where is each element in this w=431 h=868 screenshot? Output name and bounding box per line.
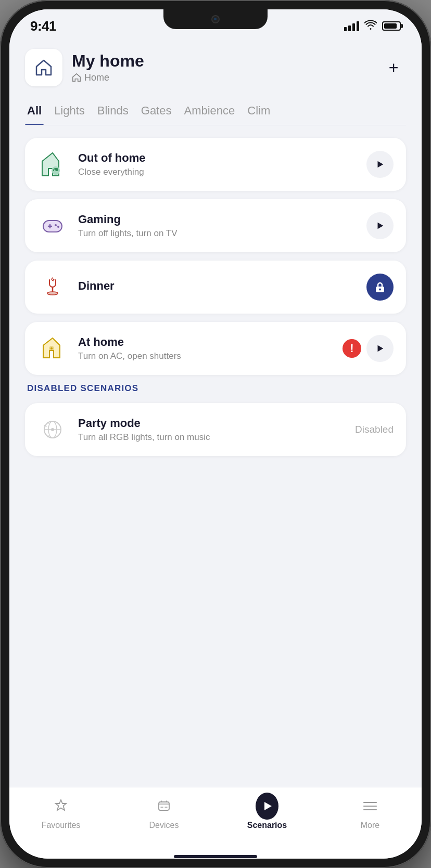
home-title: My home <box>72 52 144 70</box>
nav-devices[interactable]: Devices <box>112 795 216 830</box>
tabs: All Lights Blinds Gates Ambience Clim <box>25 99 406 125</box>
home-bar <box>174 855 257 858</box>
status-time: 9:41 <box>30 18 56 34</box>
dinner-actions <box>366 274 394 301</box>
gaming-play-button[interactable] <box>366 212 394 239</box>
disabled-section-label: DISABLED SCENARIOS <box>27 383 406 394</box>
at-home-subtitle: Turn on AC, open shutters <box>78 351 332 361</box>
gaming-subtitle: Turn off lights, turn on TV <box>78 228 356 239</box>
dinner-title: Dinner <box>78 279 356 293</box>
tab-all[interactable]: All <box>25 99 52 125</box>
scenario-gaming: Gaming Turn off lights, turn on TV <box>25 199 406 252</box>
scenario-party-mode: Party mode Turn all RGB lights, turn on … <box>25 403 406 456</box>
svg-point-12 <box>379 289 381 291</box>
svg-marker-20 <box>264 802 272 810</box>
tab-lights[interactable]: Lights <box>52 99 95 125</box>
gaming-title: Gaming <box>78 213 356 226</box>
at-home-error-badge: ! <box>343 339 361 358</box>
battery-icon <box>382 21 401 31</box>
at-home-icon <box>37 333 68 364</box>
gaming-text: Gaming Turn off lights, turn on TV <box>78 213 356 239</box>
nav-scenarios-label: Scenarios <box>247 821 287 830</box>
out-of-home-icon <box>37 149 68 179</box>
phone-screen: 9:41 <box>9 9 422 859</box>
home-icon-box <box>25 49 62 86</box>
svg-rect-19 <box>159 802 169 810</box>
svg-point-18 <box>51 428 54 431</box>
svg-point-7 <box>55 224 57 226</box>
phone-frame: 9:41 <box>0 0 431 868</box>
out-of-home-subtitle: Close everything <box>78 167 356 177</box>
svg-marker-9 <box>378 223 384 229</box>
tab-clim[interactable]: Clim <box>245 99 281 125</box>
gaming-actions <box>366 212 394 239</box>
out-of-home-text: Out of home Close everything <box>78 151 356 177</box>
home-indicator <box>9 854 422 859</box>
out-of-home-play-button[interactable] <box>366 151 394 178</box>
nav-favourites-label: Favourites <box>42 821 81 830</box>
header-left: My home Home <box>25 49 144 86</box>
svg-point-8 <box>57 226 59 228</box>
home-small-icon <box>72 73 81 82</box>
nav-more[interactable]: More <box>319 795 422 830</box>
dinner-text: Dinner <box>78 279 356 295</box>
camera <box>211 15 220 23</box>
bottom-nav: Favourites Devices <box>9 787 422 854</box>
scenarios-icon <box>256 795 278 818</box>
header: My home Home + <box>25 38 406 99</box>
header-text: My home Home <box>72 52 144 83</box>
add-button[interactable]: + <box>381 55 406 80</box>
out-of-home-title: Out of home <box>78 151 356 165</box>
party-mode-actions: Disabled <box>355 424 394 435</box>
at-home-title: At home <box>78 335 332 349</box>
scenario-dinner: Dinner <box>25 261 406 314</box>
main-content: My home Home + All Lights Blinds <box>9 38 422 787</box>
header-subtitle: Home <box>72 72 144 83</box>
tab-blinds[interactable]: Blinds <box>95 99 139 125</box>
tab-ambience[interactable]: Ambience <box>182 99 245 125</box>
home-label: Home <box>84 72 109 83</box>
notch <box>163 9 268 29</box>
signal-icon <box>344 21 359 31</box>
at-home-text: At home Turn on AC, open shutters <box>78 335 332 361</box>
scenario-at-home: At home Turn on AC, open shutters ! <box>25 322 406 375</box>
nav-favourites[interactable]: Favourites <box>9 795 112 830</box>
party-mode-disabled-label: Disabled <box>355 424 394 435</box>
party-mode-subtitle: Turn all RGB lights, turn on music <box>78 432 345 443</box>
svg-marker-14 <box>378 345 384 352</box>
at-home-play-button[interactable] <box>366 335 394 362</box>
party-mode-text: Party mode Turn all RGB lights, turn on … <box>78 417 345 443</box>
dinner-lock-button[interactable] <box>366 274 394 301</box>
house-icon <box>33 57 54 78</box>
dinner-icon <box>37 272 68 302</box>
wifi-icon <box>364 20 377 33</box>
svg-marker-3 <box>378 161 384 168</box>
gaming-icon <box>37 211 68 241</box>
nav-devices-label: Devices <box>149 821 179 830</box>
party-mode-icon <box>37 414 68 445</box>
out-of-home-actions <box>366 151 394 178</box>
svg-point-2 <box>55 168 58 171</box>
favourites-icon <box>49 795 72 818</box>
status-icons <box>344 20 401 33</box>
more-icon <box>359 795 382 818</box>
tab-gates[interactable]: Gates <box>139 99 182 125</box>
party-mode-title: Party mode <box>78 417 345 430</box>
nav-scenarios[interactable]: Scenarios <box>216 795 319 830</box>
scenario-out-of-home: Out of home Close everything <box>25 138 406 191</box>
at-home-actions: ! <box>343 335 394 362</box>
devices-icon <box>153 795 175 818</box>
nav-more-label: More <box>361 821 379 830</box>
svg-point-10 <box>47 292 58 295</box>
